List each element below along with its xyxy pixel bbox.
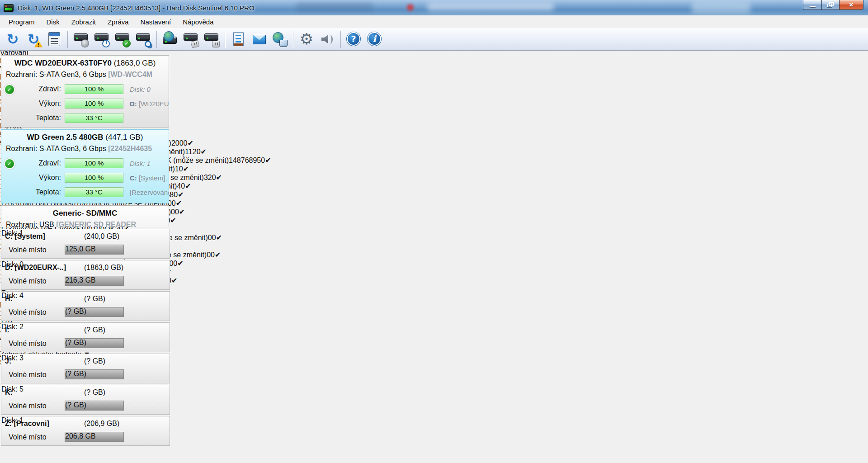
network-monitor-button[interactable] [269, 29, 290, 50]
free-space-label: Volné místo [9, 433, 47, 441]
disk-disconnect-button[interactable] [180, 29, 201, 50]
drive-size: (206,9 GB) [84, 420, 119, 428]
toolbar-separator [67, 31, 68, 48]
free-space-fill [65, 432, 123, 441]
offset-controls: 0 [181, 182, 185, 190]
enable-cell: ✔ [188, 139, 193, 147]
drive-item-h[interactable]: H:(? GB)Volné místo(? GB)Disk: 4 [1, 291, 170, 321]
minimize-button[interactable] [803, 0, 822, 10]
enable-cell: ✔ [215, 251, 221, 259]
help-icon [346, 31, 362, 47]
drive-item-z[interactable]: Z: [Pracovni](206,9 GB)Volné místo206,8 … [1, 416, 170, 446]
sound-settings-icon [319, 31, 335, 47]
disk-panel-generic-sd-mmc[interactable]: Generic- SD/MMCRozhraní: USB [GENERIC SD… [1, 205, 169, 227]
drive-size: (1863,0 GB) [84, 264, 123, 272]
disk-connect-button[interactable] [201, 29, 222, 50]
titlebar[interactable]: Disk: 1, WD Green 2.5 480GB [22452H46351… [0, 0, 868, 16]
drive-name: H: [5, 295, 13, 303]
disk-search-button[interactable] [133, 29, 154, 50]
status-label: Teplota: [13, 114, 61, 122]
disk-status-row-teplota: Teplota:33 °C[Rezervováno [1, 187, 169, 198]
refresh-button[interactable] [2, 29, 23, 50]
free-space-bar: 216,3 GB [65, 276, 124, 286]
offset-value: 0 [197, 148, 201, 156]
disk-network-button[interactable] [160, 29, 180, 50]
status-bar: 100 % [65, 99, 123, 109]
enable-checkbox[interactable]: ✔ [183, 165, 189, 173]
status-right-text: C: [System], [130, 174, 167, 182]
data-value: 0 [207, 251, 211, 259]
free-space-fill [65, 339, 106, 348]
check-icon: ✔ [185, 182, 191, 190]
enable-cell: ✔ [216, 174, 222, 181]
disk-network-icon [162, 31, 178, 47]
gear-button[interactable] [296, 29, 317, 50]
free-space-bar: 206,8 GB [65, 432, 124, 442]
free-space-label: Volné místo [9, 340, 47, 348]
status-right-text: [Rezervováno [130, 189, 169, 196]
report-window-button[interactable] [44, 29, 65, 50]
free-space-label: Volné místo [9, 246, 47, 254]
enable-checkbox[interactable]: ✔ [201, 148, 207, 156]
close-button[interactable]: × [839, 0, 863, 10]
notes-button[interactable] [228, 29, 249, 50]
drive-size: (? GB) [84, 388, 105, 397]
check-icon: ✔ [215, 251, 221, 259]
drive-item-k[interactable]: K:(? GB)Volné místo(? GB)Disk: 5 [1, 385, 170, 415]
toolbar [0, 28, 868, 51]
enable-checkbox[interactable]: ✔ [216, 174, 222, 181]
free-space-label: Volné místo [9, 308, 47, 317]
offset-controls: 0 [261, 156, 265, 164]
free-space-fill [65, 276, 99, 285]
drive-item-c[interactable]: C: [System](240,0 GB)Volné místo125,0 GB… [1, 229, 170, 259]
free-space-bar: (? GB) [65, 338, 124, 348]
menu-nastaveni[interactable]: Nastavení [135, 17, 177, 27]
free-space-label: Volné místo [9, 371, 47, 379]
disk-check-button[interactable] [112, 29, 133, 50]
check-icon: ✔ [183, 165, 189, 173]
disk-panel-wd-green-2-5-480gb[interactable]: WD Green 2.5 480GB (447,1 GB)Rozhraní: S… [1, 129, 169, 203]
enable-checkbox[interactable]: ✔ [188, 139, 193, 147]
disk-status-row-vykon: Výkon:100 %C: [System], [1, 173, 169, 184]
menu-zprava[interactable]: Zpráva [102, 17, 135, 27]
data-value: 112 [185, 148, 197, 156]
menu-program[interactable]: Program [3, 17, 41, 27]
disk-panel-wdc-wd20eurx-63t0fy0[interactable]: WDC WD20EURX-63T0FY0 (1863,0 GB)Rozhraní… [1, 55, 169, 128]
enable-checkbox[interactable]: ✔ [216, 234, 222, 241]
close-icon: × [849, 1, 854, 9]
disk-connect-icon [203, 31, 220, 47]
help-button[interactable] [344, 29, 364, 50]
titlebar-glass-reflection [692, 2, 750, 14]
offset-value: 0 [184, 139, 188, 147]
drive-item-i[interactable]: I:(? GB)Volné místo(? GB)Disk: 2 [1, 322, 170, 352]
enable-checkbox[interactable]: ✔ [185, 182, 191, 190]
free-space-fill [65, 401, 106, 410]
drive-size: (? GB) [84, 326, 105, 334]
mail-button[interactable] [249, 29, 269, 50]
enable-checkbox[interactable]: ✔ [265, 156, 271, 164]
offset-value: 0 [181, 182, 185, 190]
status-label: Zdraví: [13, 159, 61, 167]
refresh-warning-button[interactable] [23, 29, 44, 50]
status-right-text: Disk: 1 [130, 160, 151, 167]
enable-checkbox[interactable]: ✔ [215, 251, 221, 259]
titlebar-glass-reflection [427, 3, 554, 11]
menu-disk[interactable]: Disk [41, 17, 66, 27]
menu-napoveda[interactable]: Nápověda [177, 17, 219, 27]
free-space-bar: (? GB) [65, 401, 124, 411]
disk-clock-button[interactable] [91, 29, 112, 50]
status-bar: 100 % [65, 84, 123, 94]
drive-size: (240,0 GB) [84, 232, 119, 241]
sound-settings-button[interactable] [317, 29, 338, 50]
disk-title: WD Green 2.5 480GB (447,1 GB) [1, 130, 169, 143]
menu-zobrazit[interactable]: Zobrazit [66, 17, 102, 27]
disk-status-row-teplota: Teplota:33 °C [1, 113, 169, 124]
drive-item-d[interactable]: D: [WD20EURX-..](1863,0 GB)Volné místo21… [1, 260, 170, 290]
disk-sound-test-button[interactable] [71, 29, 91, 50]
drive-name: J: [5, 357, 11, 365]
app-window: Disk: 1, WD Green 2.5 480GB [22452H46351… [0, 0, 868, 463]
info-button[interactable] [364, 29, 385, 50]
drive-item-j[interactable]: J:(? GB)Volné místo(? GB)Disk: 3 [1, 354, 170, 383]
free-space-bar: (? GB) [65, 307, 124, 317]
restore-button[interactable] [822, 0, 839, 10]
